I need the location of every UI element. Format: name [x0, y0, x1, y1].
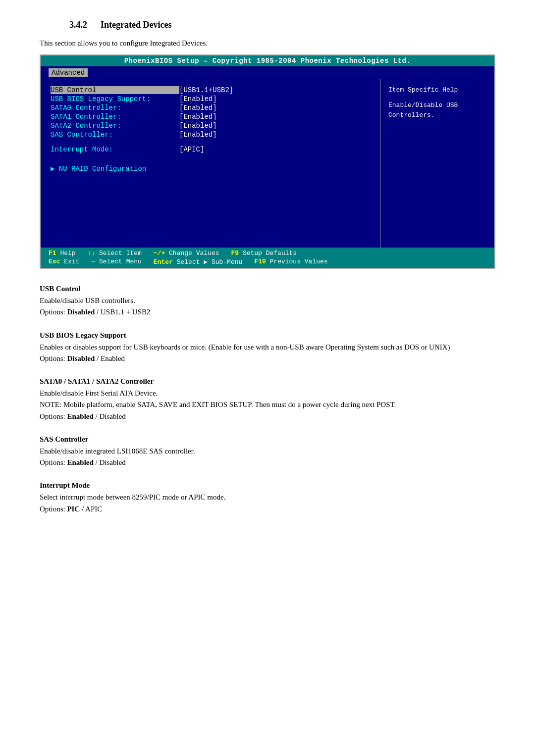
- footer-enter-submenu: Enter Select ▶ Sub-Menu: [154, 258, 242, 266]
- bios-menu-bar: Advanced: [41, 66, 494, 79]
- doc-interrupt-mode-title: Interrupt Mode: [40, 481, 495, 490]
- bios-row-interrupt[interactable]: Interrupt Mode: [APIC]: [51, 146, 370, 153]
- bios-label-sata2: SATA2 Controller:: [51, 122, 179, 130]
- doc-sata-controller-title: SATA0 / SATA1 / SATA2 Controller: [40, 377, 495, 386]
- bios-footer: F1 Help ↑↓ Select Item −/+ Change Values…: [41, 248, 494, 268]
- section-heading: 3.4.2 Integrated Devices: [69, 20, 495, 30]
- bios-value-sata0: [Enabled]: [179, 104, 217, 112]
- bios-help-panel: Item Specific Help Enable/Disable USBCon…: [380, 79, 494, 248]
- doc-usb-control-body: Enable/disable USB controllers. Options:…: [40, 295, 495, 318]
- doc-sas-controller-body: Enable/disable integrated LSI1068E SAS c…: [40, 446, 495, 469]
- footer-select-menu: ↔ Select Menu: [91, 258, 141, 266]
- bios-label-sas: SAS Controller:: [51, 131, 179, 139]
- doc-interrupt-mode-body: Select interrupt mode between 8259/PIC m…: [40, 492, 495, 515]
- bios-row-sata0[interactable]: SATA0 Controller: [Enabled]: [51, 104, 370, 112]
- bios-row-usb-control[interactable]: USB Control [USB1.1+USB2]: [51, 86, 370, 94]
- doc-interrupt-mode: Interrupt Mode Select interrupt mode bet…: [40, 481, 495, 515]
- bios-row-sata2[interactable]: SATA2 Controller: [Enabled]: [51, 122, 370, 130]
- bios-value-sata2: [Enabled]: [179, 122, 217, 130]
- bios-label-sata0: SATA0 Controller:: [51, 104, 179, 112]
- bios-value-sata1: [Enabled]: [179, 113, 217, 121]
- footer-select-item: ↑↓ Select Item: [88, 250, 142, 257]
- footer-f9: F9 Setup Defaults: [231, 250, 297, 257]
- bios-label-usb-control: USB Control: [51, 86, 179, 94]
- bios-row-sas[interactable]: SAS Controller: [Enabled]: [51, 131, 370, 139]
- doc-sata-controller: SATA0 / SATA1 / SATA2 Controller Enable/…: [40, 377, 495, 422]
- bios-value-sas: [Enabled]: [179, 131, 217, 139]
- bios-label-interrupt: Interrupt Mode:: [51, 146, 179, 153]
- footer-f10: F10 Previous Values: [254, 258, 327, 266]
- footer-f1: F1 Help: [49, 250, 76, 257]
- bios-title-bar: PhoenixBIOS Setup – Copyright 1985-2004 …: [41, 55, 494, 66]
- bios-value-usb-bios-legacy: [Enabled]: [179, 95, 217, 103]
- section-intro: This section allows you to configure Int…: [40, 39, 495, 48]
- bios-submenu-nu-raid[interactable]: NU RAID Configuration: [51, 164, 370, 173]
- doc-usb-control: USB Control Enable/disable USB controlle…: [40, 285, 495, 318]
- section-title: Integrated Devices: [101, 20, 171, 30]
- bios-label-usb-bios-legacy: USB BIOS Legacy Support:: [51, 95, 179, 103]
- doc-usb-bios-legacy-body: Enables or disables support for USB keyb…: [40, 342, 495, 365]
- bios-screen: PhoenixBIOS Setup – Copyright 1985-2004 …: [40, 54, 495, 269]
- bios-value-interrupt: [APIC]: [179, 146, 204, 153]
- footer-change-values: −/+ Change Values: [154, 250, 219, 257]
- bios-footer-row2: Esc Exit ↔ Select Menu Enter Select ▶ Su…: [49, 258, 486, 266]
- doc-sas-controller-title: SAS Controller: [40, 435, 495, 444]
- footer-esc: Esc Exit: [49, 258, 79, 266]
- bios-help-text: Enable/Disable USBControllers.: [388, 101, 486, 120]
- bios-label-sata1: SATA1 Controller:: [51, 113, 179, 121]
- bios-value-usb-control: [USB1.1+USB2]: [179, 86, 233, 94]
- bios-footer-row1: F1 Help ↑↓ Select Item −/+ Change Values…: [49, 250, 486, 257]
- doc-sata-controller-body: Enable/disable First Serial ATA Device. …: [40, 388, 495, 422]
- section-number: 3.4.2: [69, 20, 87, 30]
- bios-row-sata1[interactable]: SATA1 Controller: [Enabled]: [51, 113, 370, 121]
- doc-usb-bios-legacy-title: USB BIOS Legacy Support: [40, 331, 495, 340]
- bios-main: USB Control [USB1.1+USB2] USB BIOS Legac…: [41, 79, 380, 248]
- bios-help-title: Item Specific Help: [388, 86, 486, 94]
- bios-body: USB Control [USB1.1+USB2] USB BIOS Legac…: [41, 79, 494, 248]
- bios-row-usb-bios-legacy[interactable]: USB BIOS Legacy Support: [Enabled]: [51, 95, 370, 103]
- bios-menu-advanced[interactable]: Advanced: [49, 68, 88, 77]
- doc-usb-control-title: USB Control: [40, 285, 495, 293]
- doc-usb-bios-legacy: USB BIOS Legacy Support Enables or disab…: [40, 331, 495, 365]
- doc-sas-controller: SAS Controller Enable/disable integrated…: [40, 435, 495, 469]
